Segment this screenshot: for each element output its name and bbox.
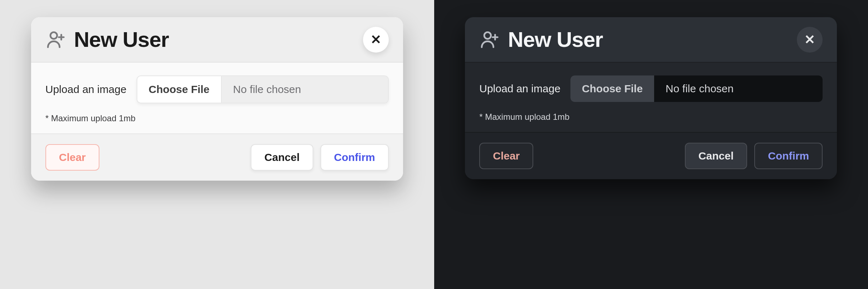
modal-body: Upload an image Choose File No file chos… bbox=[31, 63, 403, 133]
modal-footer: Clear Cancel Confirm bbox=[465, 132, 837, 179]
new-user-modal: New User ✕ Upload an image Choose File N… bbox=[31, 17, 403, 181]
modal-title: New User bbox=[508, 27, 603, 52]
file-input-widget: Choose File No file chosen bbox=[570, 75, 823, 102]
upload-label: Upload an image bbox=[479, 83, 560, 95]
light-theme-pane: New User ✕ Upload an image Choose File N… bbox=[0, 0, 434, 289]
add-user-icon bbox=[479, 30, 499, 50]
upload-label: Upload an image bbox=[45, 83, 127, 95]
modal-header: New User ✕ bbox=[31, 17, 403, 63]
file-input-widget: Choose File No file chosen bbox=[137, 75, 389, 103]
file-status-text: No file chosen bbox=[222, 76, 388, 103]
modal-header: New User ✕ bbox=[465, 17, 837, 63]
upload-row: Upload an image Choose File No file chos… bbox=[479, 75, 823, 102]
confirm-button[interactable]: Confirm bbox=[754, 143, 823, 169]
upload-hint: * Maximum upload 1mb bbox=[45, 113, 389, 123]
confirm-button[interactable]: Confirm bbox=[320, 144, 389, 171]
svg-point-3 bbox=[484, 32, 491, 39]
modal-footer: Clear Cancel Confirm bbox=[31, 133, 403, 181]
file-status-text: No file chosen bbox=[654, 75, 823, 102]
close-button[interactable]: ✕ bbox=[797, 27, 823, 53]
close-icon: ✕ bbox=[804, 32, 815, 47]
dark-theme-pane: New User ✕ Upload an image Choose File N… bbox=[434, 0, 868, 289]
close-button[interactable]: ✕ bbox=[363, 27, 389, 53]
clear-button[interactable]: Clear bbox=[479, 143, 533, 169]
add-user-icon bbox=[45, 30, 65, 50]
cancel-button[interactable]: Cancel bbox=[685, 143, 747, 169]
upload-hint: * Maximum upload 1mb bbox=[479, 112, 823, 122]
new-user-modal: New User ✕ Upload an image Choose File N… bbox=[465, 17, 837, 179]
close-icon: ✕ bbox=[371, 32, 381, 47]
modal-body: Upload an image Choose File No file chos… bbox=[465, 63, 837, 132]
choose-file-button[interactable]: Choose File bbox=[570, 75, 654, 102]
cancel-button[interactable]: Cancel bbox=[251, 144, 313, 171]
upload-row: Upload an image Choose File No file chos… bbox=[45, 75, 389, 103]
modal-title: New User bbox=[74, 27, 169, 52]
choose-file-button[interactable]: Choose File bbox=[137, 76, 222, 103]
svg-point-0 bbox=[50, 32, 57, 39]
clear-button[interactable]: Clear bbox=[45, 144, 99, 171]
